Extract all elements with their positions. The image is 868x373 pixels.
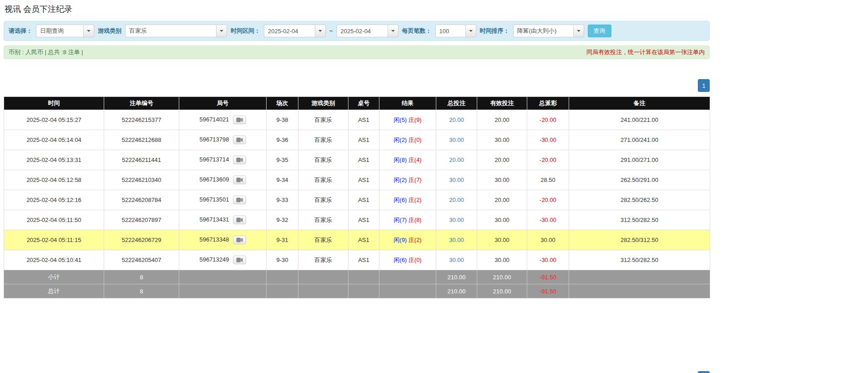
payout-value: -20.00 <box>540 116 556 123</box>
cell-result: 闲(2) 庄(0) <box>379 130 436 150</box>
total-bet-link[interactable]: 30.00 <box>449 176 464 183</box>
cell-time: 2025-02-04 05:15:27 <box>4 110 104 130</box>
col-header-valid-bet: 有效投注 <box>477 97 527 110</box>
pagination-bottom: 1 <box>4 371 710 373</box>
result-banker: 庄(4) <box>409 156 422 163</box>
cell-empty <box>569 284 710 298</box>
cell-session: 9-35 <box>267 150 298 170</box>
query-type-input[interactable] <box>36 25 83 37</box>
cell-result: 闲(5) 庄(9) <box>379 110 436 130</box>
subtotal-payout: -91.50 <box>527 270 569 284</box>
cell-payout: -20.00 <box>527 110 569 130</box>
video-replay-button[interactable] <box>233 116 246 124</box>
cell-bet-id: 522246215377 <box>104 110 179 130</box>
cell-session: 9-33 <box>267 190 298 210</box>
col-header-time: 时间 <box>4 97 104 110</box>
cell-valid-bet: 30.00 <box>477 170 527 190</box>
page-size-input[interactable] <box>435 25 465 37</box>
page-size-label: 每页笔数： <box>402 27 432 35</box>
cell-time: 2025-02-04 05:11:15 <box>4 230 104 250</box>
total-bet-link[interactable]: 20.00 <box>449 197 464 203</box>
payout-value: -30.00 <box>540 257 556 263</box>
pagination-page-1-bottom[interactable]: 1 <box>698 371 710 373</box>
video-replay-button[interactable] <box>233 236 246 244</box>
cell-valid-bet: 20.00 <box>477 190 527 210</box>
date-from-input[interactable] <box>264 25 315 37</box>
cell-empty <box>379 270 436 284</box>
query-type-combobox <box>36 25 94 37</box>
total-bet-link[interactable]: 30.00 <box>449 257 464 263</box>
pagination-page-1[interactable]: 1 <box>698 79 710 92</box>
cell-total-bet: 20.00 <box>436 150 477 170</box>
cell-session: 9-31 <box>267 230 298 250</box>
subtotal-count: 8 <box>104 270 179 284</box>
cell-remark: 262.50/291.00 <box>569 170 710 190</box>
video-replay-button[interactable] <box>233 136 246 144</box>
cell-empty <box>379 284 436 298</box>
total-bet-link[interactable]: 20.00 <box>449 156 464 163</box>
time-sort-input[interactable] <box>513 25 573 37</box>
total-bet-link[interactable]: 30.00 <box>449 237 464 243</box>
table-footer: 小计 8 210.00 210.00 -91.50 总计 8 <box>4 270 710 298</box>
video-camera-icon <box>236 217 243 222</box>
currency-total-text: 币别 : 人民币 | 总共 :8 注单 | <box>9 48 83 56</box>
table-body: 2025-02-04 05:15:27522246215377596714021… <box>4 110 710 270</box>
cell-table-no: AS1 <box>348 210 379 230</box>
pagination-top: 1 <box>4 79 710 92</box>
cell-game-type: 百家乐 <box>298 210 348 230</box>
cell-valid-bet: 30.00 <box>477 130 527 150</box>
total-bet-link[interactable]: 30.00 <box>449 136 464 143</box>
game-type-input[interactable] <box>125 25 216 37</box>
cell-game-type: 百家乐 <box>298 230 348 250</box>
cell-bet-id: 522246205407 <box>104 250 179 270</box>
cell-remark: 312.50/282.50 <box>569 210 710 230</box>
table-row: 2025-02-04 05:11:50522246207897596713431… <box>4 210 710 230</box>
cell-round-id: 596713798 <box>179 130 267 150</box>
cell-total-bet: 30.00 <box>436 170 477 190</box>
total-label: 总计 <box>4 284 104 298</box>
cell-round-id: 596713609 <box>179 170 267 190</box>
cell-time: 2025-02-04 05:13:31 <box>4 150 104 170</box>
date-from-dropdown-button[interactable] <box>315 25 326 37</box>
cell-payout: -20.00 <box>527 150 569 170</box>
video-replay-button[interactable] <box>233 216 246 224</box>
query-type-dropdown-button[interactable] <box>83 25 94 37</box>
date-to-dropdown-button[interactable] <box>388 25 399 37</box>
video-replay-button[interactable] <box>233 156 246 164</box>
valid-bet-notice: 同局有效投注，统一计算在该局第一张注单内 <box>586 48 705 56</box>
result-banker: 庄(2) <box>409 237 422 243</box>
cell-table-no: AS1 <box>348 110 379 130</box>
col-header-bet-id: 注单编号 <box>104 97 179 110</box>
cell-payout: -30.00 <box>527 130 569 150</box>
video-replay-button[interactable] <box>233 196 246 204</box>
chevron-down-icon <box>391 30 395 32</box>
cell-table-no: AS1 <box>348 250 379 270</box>
date-range-label: 时间区间： <box>231 27 260 35</box>
cell-empty <box>179 284 267 298</box>
page-size-dropdown-button[interactable] <box>465 25 476 37</box>
col-header-session: 场次 <box>267 97 298 110</box>
search-button[interactable]: 查询 <box>588 25 611 37</box>
video-replay-button[interactable] <box>233 256 246 264</box>
cell-bet-id: 522246206729 <box>104 230 179 250</box>
total-bet-link[interactable]: 20.00 <box>449 116 464 123</box>
cell-total-bet: 30.00 <box>436 130 477 150</box>
cell-round-id: 596713714 <box>179 150 267 170</box>
summary-bar: 币别 : 人民币 | 总共 :8 注单 | 同局有效投注，统一计算在该局第一张注… <box>4 45 710 59</box>
video-replay-button[interactable] <box>233 176 246 184</box>
total-bet-link[interactable]: 30.00 <box>449 217 464 223</box>
time-sort-dropdown-button[interactable] <box>573 25 584 37</box>
total-payout: -91.50 <box>527 284 569 298</box>
cell-remark: 312.50/282.50 <box>569 250 710 270</box>
cell-valid-bet: 20.00 <box>477 110 527 130</box>
payout-value: -20.00 <box>540 156 556 163</box>
cell-empty <box>569 270 710 284</box>
game-type-dropdown-button[interactable] <box>216 25 227 37</box>
cell-payout: 30.00 <box>527 230 569 250</box>
cell-remark: 241.00/221.00 <box>569 110 710 130</box>
cell-game-type: 百家乐 <box>298 250 348 270</box>
result-player: 闲(6) <box>394 257 407 263</box>
subtotal-valid-bet: 210.00 <box>477 270 527 284</box>
date-to-input[interactable] <box>337 25 388 37</box>
page-title: 视讯 会员下注纪录 <box>5 4 710 15</box>
